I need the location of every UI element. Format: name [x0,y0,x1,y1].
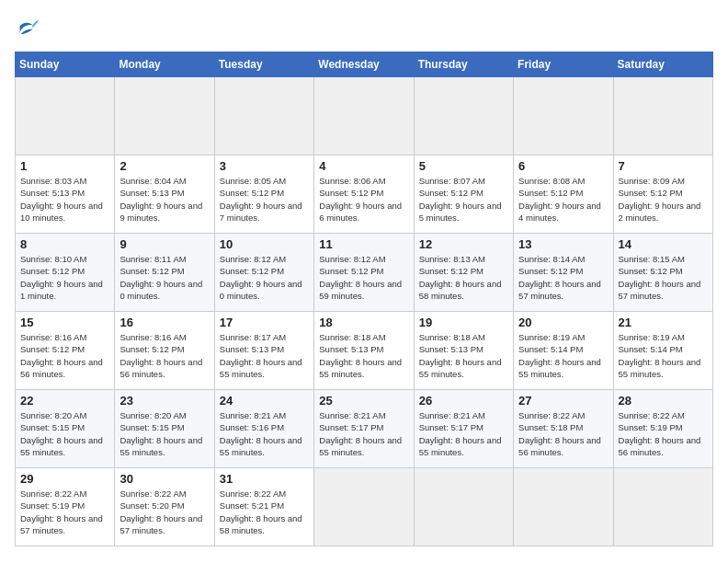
calendar-cell: 10Sunrise: 8:12 AM Sunset: 5:12 PM Dayli… [214,234,313,312]
calendar-header: SundayMondayTuesdayWednesdayThursdayFrid… [16,52,713,77]
calendar-cell: 23Sunrise: 8:20 AM Sunset: 5:15 PM Dayli… [115,390,214,468]
calendar-week-5: 29Sunrise: 8:22 AM Sunset: 5:19 PM Dayli… [16,468,713,546]
logo [15,15,44,40]
day-info: Sunrise: 8:13 AM Sunset: 5:12 PM Dayligh… [419,253,508,302]
calendar-cell: 8Sunrise: 8:10 AM Sunset: 5:12 PM Daylig… [16,234,115,312]
weekday-header-wednesday: Wednesday [314,52,414,77]
day-info: Sunrise: 8:19 AM Sunset: 5:14 PM Dayligh… [518,331,608,380]
calendar-cell: 3Sunrise: 8:05 AM Sunset: 5:12 PM Daylig… [214,155,313,234]
calendar-cell: 19Sunrise: 8:18 AM Sunset: 5:13 PM Dayli… [414,312,513,390]
day-number: 6 [518,159,608,173]
calendar-cell [613,468,712,546]
day-info: Sunrise: 8:22 AM Sunset: 5:21 PM Dayligh… [220,488,309,536]
calendar-cell: 1Sunrise: 8:03 AM Sunset: 5:13 PM Daylig… [16,155,115,234]
weekday-header-friday: Friday [514,52,613,77]
day-info: Sunrise: 8:19 AM Sunset: 5:14 PM Dayligh… [619,331,708,380]
day-number: 10 [220,237,309,251]
day-number: 8 [20,237,109,251]
calendar-cell: 25Sunrise: 8:21 AM Sunset: 5:17 PM Dayli… [314,390,414,468]
day-info: Sunrise: 8:15 AM Sunset: 5:12 PM Dayligh… [619,253,708,302]
day-info: Sunrise: 8:18 AM Sunset: 5:13 PM Dayligh… [419,331,508,380]
day-number: 1 [20,159,109,173]
day-number: 17 [220,316,309,329]
day-info: Sunrise: 8:03 AM Sunset: 5:13 PM Dayligh… [20,175,109,224]
calendar-cell: 31Sunrise: 8:22 AM Sunset: 5:21 PM Dayli… [214,468,313,546]
calendar-cell: 12Sunrise: 8:13 AM Sunset: 5:12 PM Dayli… [414,234,513,312]
day-info: Sunrise: 8:22 AM Sunset: 5:18 PM Dayligh… [518,409,608,458]
day-info: Sunrise: 8:18 AM Sunset: 5:13 PM Dayligh… [319,331,408,380]
day-number: 26 [419,394,508,408]
day-info: Sunrise: 8:16 AM Sunset: 5:12 PM Dayligh… [20,331,109,380]
day-number: 27 [518,394,608,408]
weekday-header-thursday: Thursday [414,52,513,77]
day-number: 24 [220,394,309,408]
day-number: 7 [619,159,708,173]
calendar-cell: 17Sunrise: 8:17 AM Sunset: 5:13 PM Dayli… [214,312,313,390]
weekday-header-row: SundayMondayTuesdayWednesdayThursdayFrid… [16,52,713,77]
weekday-header-saturday: Saturday [613,52,712,77]
day-info: Sunrise: 8:11 AM Sunset: 5:12 PM Dayligh… [119,253,209,302]
day-info: Sunrise: 8:04 AM Sunset: 5:13 PM Dayligh… [119,175,209,224]
calendar-week-3: 15Sunrise: 8:16 AM Sunset: 5:12 PM Dayli… [16,312,713,390]
calendar-cell [514,77,613,155]
day-info: Sunrise: 8:20 AM Sunset: 5:15 PM Dayligh… [119,409,209,458]
calendar-cell: 4Sunrise: 8:06 AM Sunset: 5:12 PM Daylig… [314,155,414,234]
day-info: Sunrise: 8:22 AM Sunset: 5:19 PM Dayligh… [20,488,109,536]
calendar-cell [414,77,513,155]
calendar-week-1: 1Sunrise: 8:03 AM Sunset: 5:13 PM Daylig… [16,155,713,234]
day-info: Sunrise: 8:12 AM Sunset: 5:12 PM Dayligh… [220,253,309,302]
calendar-cell: 24Sunrise: 8:21 AM Sunset: 5:16 PM Dayli… [214,390,313,468]
calendar-cell [414,468,513,546]
day-number: 12 [419,237,508,251]
calendar-cell: 15Sunrise: 8:16 AM Sunset: 5:12 PM Dayli… [16,312,115,390]
day-number: 4 [319,159,408,173]
calendar-cell: 28Sunrise: 8:22 AM Sunset: 5:19 PM Dayli… [613,390,712,468]
day-number: 16 [119,316,209,329]
day-number: 15 [20,316,109,329]
weekday-header-monday: Monday [115,52,214,77]
calendar-cell: 26Sunrise: 8:21 AM Sunset: 5:17 PM Dayli… [414,390,513,468]
calendar-cell: 30Sunrise: 8:22 AM Sunset: 5:20 PM Dayli… [115,468,214,546]
day-info: Sunrise: 8:16 AM Sunset: 5:12 PM Dayligh… [119,331,209,380]
day-number: 25 [319,394,408,408]
day-info: Sunrise: 8:17 AM Sunset: 5:13 PM Dayligh… [220,331,309,380]
day-info: Sunrise: 8:12 AM Sunset: 5:12 PM Dayligh… [319,253,408,302]
day-number: 5 [419,159,508,173]
calendar-week-2: 8Sunrise: 8:10 AM Sunset: 5:12 PM Daylig… [16,234,713,312]
calendar-cell: 9Sunrise: 8:11 AM Sunset: 5:12 PM Daylig… [115,234,214,312]
day-info: Sunrise: 8:20 AM Sunset: 5:15 PM Dayligh… [20,409,109,458]
calendar-cell: 7Sunrise: 8:09 AM Sunset: 5:12 PM Daylig… [613,155,712,234]
day-info: Sunrise: 8:07 AM Sunset: 5:12 PM Dayligh… [419,175,508,224]
calendar-cell: 14Sunrise: 8:15 AM Sunset: 5:12 PM Dayli… [613,234,712,312]
day-number: 3 [220,159,309,173]
day-number: 23 [119,394,209,408]
day-number: 20 [518,316,608,329]
day-info: Sunrise: 8:05 AM Sunset: 5:12 PM Dayligh… [220,175,309,224]
calendar-cell [214,77,313,155]
calendar-cell [314,468,414,546]
day-info: Sunrise: 8:10 AM Sunset: 5:12 PM Dayligh… [20,253,109,302]
calendar-cell: 2Sunrise: 8:04 AM Sunset: 5:13 PM Daylig… [115,155,214,234]
day-info: Sunrise: 8:21 AM Sunset: 5:17 PM Dayligh… [419,409,508,458]
page-header [15,15,713,40]
calendar-cell: 13Sunrise: 8:14 AM Sunset: 5:12 PM Dayli… [514,234,613,312]
day-info: Sunrise: 8:14 AM Sunset: 5:12 PM Dayligh… [518,253,608,302]
calendar-week-0 [16,77,713,155]
day-number: 30 [119,472,209,486]
calendar-cell: 22Sunrise: 8:20 AM Sunset: 5:15 PM Dayli… [16,390,115,468]
day-number: 14 [619,237,708,251]
calendar-cell [115,77,214,155]
calendar-cell [314,77,414,155]
day-number: 28 [619,394,708,408]
day-number: 13 [518,237,608,251]
day-info: Sunrise: 8:22 AM Sunset: 5:20 PM Dayligh… [119,488,209,536]
day-number: 29 [20,472,109,486]
calendar-cell: 6Sunrise: 8:08 AM Sunset: 5:12 PM Daylig… [514,155,613,234]
day-info: Sunrise: 8:09 AM Sunset: 5:12 PM Dayligh… [619,175,708,224]
calendar-week-4: 22Sunrise: 8:20 AM Sunset: 5:15 PM Dayli… [16,390,713,468]
day-number: 21 [619,316,708,329]
day-number: 31 [220,472,309,486]
calendar-cell: 27Sunrise: 8:22 AM Sunset: 5:18 PM Dayli… [514,390,613,468]
day-number: 11 [319,237,408,251]
calendar-cell: 5Sunrise: 8:07 AM Sunset: 5:12 PM Daylig… [414,155,513,234]
